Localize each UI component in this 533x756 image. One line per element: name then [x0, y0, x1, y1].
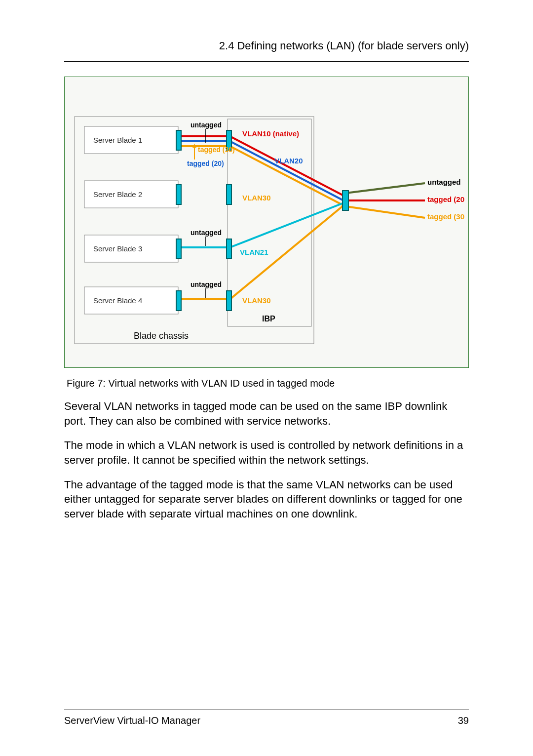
- svg-rect-5: [228, 119, 311, 326]
- svg-rect-27: [343, 191, 348, 210]
- svg-rect-21: [176, 239, 181, 259]
- svg-rect-25: [227, 239, 231, 259]
- b1-tagged20: tagged (20): [187, 159, 224, 167]
- figure-caption: Figure 7: Virtual networks with VLAN ID …: [64, 378, 469, 389]
- blade2-label: Server Blade 2: [93, 190, 142, 199]
- svg-rect-26: [227, 291, 231, 311]
- ibp-label: IBP: [262, 315, 275, 323]
- paragraph-1: Several VLAN networks in tagged mode can…: [64, 399, 469, 428]
- vlan20-label: VLAN20: [274, 157, 303, 165]
- chassis-label: Blade chassis: [134, 331, 189, 341]
- footer-page-number: 39: [458, 715, 469, 726]
- b1-tagged30: tagged (30): [198, 146, 235, 154]
- svg-line-18: [346, 206, 425, 218]
- vlan30-bottom-label: VLAN30: [242, 296, 271, 305]
- svg-rect-19: [176, 130, 181, 150]
- blade1-label: Server Blade 1: [93, 136, 142, 144]
- uplink-tagged30: tagged (30): [427, 212, 464, 221]
- section-title: 2.4 Defining networks (LAN) (for blade s…: [219, 40, 469, 52]
- network-diagram: Server Blade 1 Server Blade 2 Server Bla…: [64, 77, 469, 368]
- section-header: 2.4 Defining networks (LAN) (for blade s…: [64, 40, 469, 62]
- svg-rect-20: [176, 185, 181, 204]
- b1-untagged: untagged: [190, 121, 222, 129]
- uplink-tagged20: tagged (20): [427, 195, 464, 203]
- svg-line-7: [230, 136, 343, 196]
- paragraph-2: The mode in which a VLAN network is used…: [64, 438, 469, 467]
- blade4-label: Server Blade 4: [93, 296, 142, 305]
- svg-line-16: [346, 183, 425, 193]
- svg-line-13: [230, 203, 343, 247]
- svg-rect-22: [176, 291, 181, 311]
- paragraph-3: The advantage of the tagged mode is that…: [64, 477, 469, 521]
- svg-rect-24: [227, 185, 231, 204]
- b3-untagged: untagged: [190, 229, 222, 237]
- footer-product: ServerView Virtual-IO Manager: [64, 715, 200, 726]
- uplink-untagged: untagged: [427, 178, 461, 186]
- svg-line-9: [230, 141, 343, 200]
- vlan10-label: VLAN10 (native): [242, 129, 299, 138]
- blade3-label: Server Blade 3: [93, 244, 142, 253]
- vlan21-label: VLAN21: [240, 248, 268, 256]
- page-footer: ServerView Virtual-IO Manager 39: [64, 710, 469, 726]
- vlan30-mid-label: VLAN30: [242, 194, 271, 202]
- b4-untagged: untagged: [190, 280, 222, 288]
